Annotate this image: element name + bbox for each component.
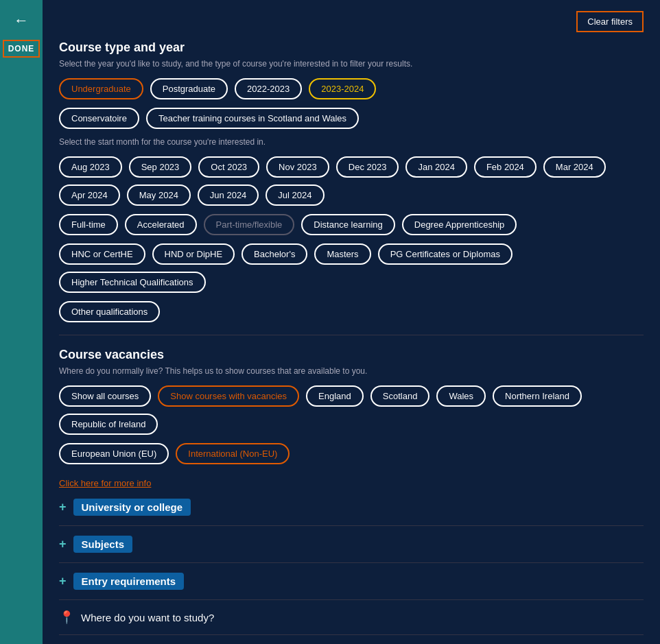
top-bar: Clear filters (59, 11, 644, 32)
month-pills-row: Aug 2023Sep 2023Oct 2023Nov 2023Dec 2023… (59, 156, 644, 206)
pill-undergraduate[interactable]: Undergraduate (59, 78, 143, 99)
expand-row-subjects[interactable]: +Subjects (59, 526, 644, 563)
pill-2022-2023[interactable]: 2022-2023 (235, 78, 302, 99)
pill-republic-of-ireland[interactable]: Republic of Ireland (59, 414, 158, 435)
course-type-section: Course type and year Select the year you… (59, 40, 644, 322)
pill-higher-technical-qualifications[interactable]: Higher Technical Qualifications (59, 272, 206, 293)
expand-label: Subjects (73, 536, 133, 553)
pill-full-time[interactable]: Full-time (59, 214, 118, 235)
expand-label: University or college (73, 499, 191, 516)
pill-pg-certificates-or-diplomas[interactable]: PG Certificates or Diplomas (378, 243, 512, 265)
more-info-link[interactable]: Click here for more info (59, 478, 151, 488)
pill-2023-2024[interactable]: 2023-2024 (309, 78, 376, 99)
vacancies-subtitle: Where do you normally live? This helps u… (59, 366, 644, 376)
icon-section-label: Where do you want to study? (81, 612, 214, 623)
pill-accelerated[interactable]: Accelerated (125, 214, 197, 235)
pill-show-courses-with-vacancies[interactable]: Show courses with vacancies (158, 385, 299, 407)
pill-sep-2023[interactable]: Sep 2023 (129, 156, 192, 178)
icon-row-how-far-do-you-want-to-travel-[interactable]: ⊘How far do you want to travel? (59, 635, 644, 644)
pill-other-qualifications[interactable]: Other qualifications (59, 301, 160, 322)
pill-northern-ireland[interactable]: Northern Ireland (493, 385, 582, 407)
vacancies-section: Course vacancies Where do you normally l… (59, 348, 644, 489)
expand-label: Entry requirements (73, 573, 185, 590)
pill-jan-2024[interactable]: Jan 2024 (405, 156, 467, 178)
pill-mar-2024[interactable]: Mar 2024 (543, 156, 606, 178)
pill-conservatoire[interactable]: Conservatoire (59, 108, 139, 129)
pill-degree-apprenticeship[interactable]: Degree Apprenticeship (402, 214, 517, 235)
clear-filters-button[interactable]: Clear filters (576, 11, 644, 32)
pill-part-time-flexible[interactable]: Part-time/flexible (204, 214, 295, 235)
icon-row-where-do-you-want-to-study-[interactable]: 📍Where do you want to study? (59, 600, 644, 635)
back-button[interactable]: ← (9, 8, 34, 33)
pill-dec-2023[interactable]: Dec 2023 (336, 156, 399, 178)
pill-wales[interactable]: Wales (436, 385, 486, 407)
plus-icon: + (59, 537, 67, 551)
pill-apr-2024[interactable]: Apr 2024 (59, 184, 120, 206)
pill-postgraduate[interactable]: Postgraduate (150, 78, 228, 99)
pill-teacher-training-courses-in-scotland-and-wales[interactable]: Teacher training courses in Scotland and… (146, 108, 359, 129)
pill-aug-2023[interactable]: Aug 2023 (59, 156, 122, 178)
course-type-title: Course type and year (59, 40, 644, 55)
pill-scotland[interactable]: Scotland (370, 385, 430, 407)
pill-international-non-eu-[interactable]: International (Non-EU) (176, 443, 290, 464)
pill-may-2024[interactable]: May 2024 (127, 184, 191, 206)
vacancies-pills-row2: European Union (EU)International (Non-EU… (59, 443, 644, 464)
qual-pills-row-2: Other qualifications (59, 301, 644, 322)
plus-icon: + (59, 574, 67, 588)
plus-icon: + (59, 500, 67, 514)
pill-hnc-or-certhe[interactable]: HNC or CertHE (59, 243, 145, 265)
type-pills-row: UndergraduatePostgraduate2022-20232023-2… (59, 78, 644, 99)
pill-bachelor-s[interactable]: Bachelor's (241, 243, 307, 265)
expand-row-university-or-college[interactable]: +University or college (59, 489, 644, 526)
course-type-subtitle: Select the year you'd like to study, and… (59, 59, 644, 69)
expand-row-entry-requirements[interactable]: +Entry requirements (59, 563, 644, 600)
pill-show-all-courses[interactable]: Show all courses (59, 385, 151, 407)
pill-jun-2024[interactable]: Jun 2024 (198, 184, 259, 206)
month-subtitle: Select the start month for the course yo… (59, 137, 644, 147)
qual-pills-row-1: HNC or CertHEHND or DipHEBachelor'sMaste… (59, 243, 644, 293)
pill-masters[interactable]: Masters (314, 243, 370, 265)
done-button[interactable]: DONE (3, 40, 40, 58)
vacancies-pills-row1: Show all coursesShow courses with vacanc… (59, 385, 644, 435)
pill-feb-2024[interactable]: Feb 2024 (474, 156, 537, 178)
section-divider-1 (59, 335, 644, 335)
pill-hnd-or-diphe[interactable]: HND or DipHE (152, 243, 235, 265)
mode-pills-row: Full-timeAcceleratedPart-time/flexibleDi… (59, 214, 644, 235)
extra-pills-row: ConservatoireTeacher training courses in… (59, 108, 644, 129)
vacancies-title: Course vacancies (59, 348, 644, 362)
pill-jul-2024[interactable]: Jul 2024 (266, 184, 324, 206)
pill-distance-learning[interactable]: Distance learning (301, 214, 394, 235)
pill-england[interactable]: England (306, 385, 364, 407)
pill-european-union-eu-[interactable]: European Union (EU) (59, 443, 169, 464)
pill-nov-2023[interactable]: Nov 2023 (266, 156, 329, 178)
icon-sections: 📍Where do you want to study?⊘How far do … (59, 600, 644, 644)
location-icon: 📍 (59, 610, 74, 625)
expandable-sections: +University or college+Subjects+Entry re… (59, 489, 644, 600)
pill-oct-2023[interactable]: Oct 2023 (198, 156, 259, 178)
sidebar: ← DONE (0, 0, 43, 644)
main-content: Clear filters Course type and year Selec… (43, 0, 660, 644)
